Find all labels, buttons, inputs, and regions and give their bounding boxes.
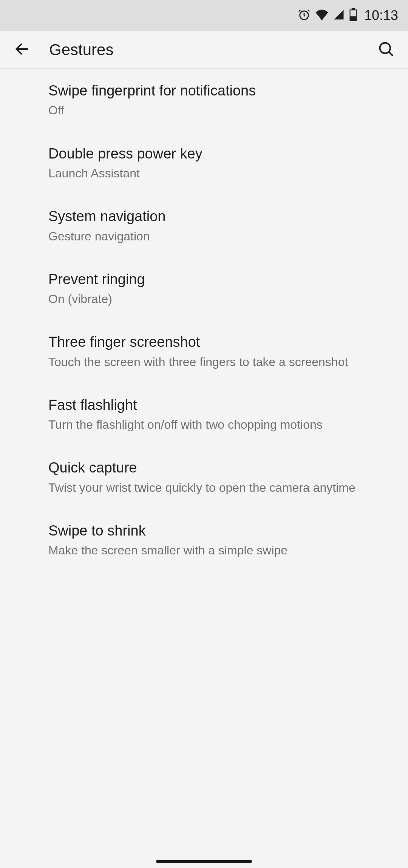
- status-time: 10:13: [364, 8, 398, 23]
- setting-title: Quick capture: [48, 459, 393, 477]
- setting-subtitle: Off: [48, 102, 393, 119]
- battery-icon: [349, 8, 357, 23]
- svg-rect-3: [352, 8, 355, 10]
- setting-subtitle: Make the screen smaller with a simple sw…: [48, 542, 393, 559]
- setting-swipe-fingerprint[interactable]: Swipe fingerprint for notifications Off: [0, 69, 408, 132]
- setting-quick-capture[interactable]: Quick capture Twist your wrist twice qui…: [0, 446, 408, 509]
- svg-rect-2: [350, 16, 356, 20]
- setting-title: Three finger screenshot: [48, 333, 393, 351]
- setting-double-press-power[interactable]: Double press power key Launch Assistant: [0, 132, 408, 195]
- alarm-icon: [298, 8, 311, 23]
- setting-title: Prevent ringing: [48, 270, 393, 289]
- setting-title: System navigation: [48, 207, 393, 226]
- setting-prevent-ringing[interactable]: Prevent ringing On (vibrate): [0, 257, 408, 320]
- settings-list: Swipe fingerprint for notifications Off …: [0, 69, 408, 572]
- status-bar: 10:13: [0, 0, 408, 31]
- page-title: Gestures: [49, 41, 375, 59]
- cellular-icon: [333, 9, 345, 22]
- setting-subtitle: Touch the screen with three fingers to t…: [48, 354, 393, 370]
- setting-subtitle: Gesture navigation: [48, 228, 393, 245]
- wifi-icon: [315, 9, 329, 22]
- setting-title: Fast flashlight: [48, 396, 393, 414]
- setting-subtitle: Twist your wrist twice quickly to open t…: [48, 480, 393, 496]
- setting-subtitle: Launch Assistant: [48, 165, 393, 182]
- setting-title: Swipe to shrink: [48, 522, 393, 540]
- setting-three-finger-screenshot[interactable]: Three finger screenshot Touch the screen…: [0, 320, 408, 383]
- app-bar: Gestures: [0, 31, 408, 69]
- setting-subtitle: On (vibrate): [48, 291, 393, 307]
- setting-title: Double press power key: [48, 145, 393, 163]
- search-icon: [378, 41, 394, 58]
- setting-subtitle: Turn the flashlight on/off with two chop…: [48, 417, 393, 433]
- arrow-left-icon: [14, 41, 30, 58]
- setting-swipe-to-shrink[interactable]: Swipe to shrink Make the screen smaller …: [0, 509, 408, 572]
- nav-home-indicator[interactable]: [156, 860, 252, 863]
- setting-title: Swipe fingerprint for notifications: [48, 82, 393, 100]
- search-button[interactable]: [375, 38, 397, 61]
- setting-fast-flashlight[interactable]: Fast flashlight Turn the flashlight on/o…: [0, 383, 408, 446]
- svg-line-6: [389, 52, 392, 55]
- status-icons: 10:13: [298, 8, 398, 23]
- setting-system-navigation[interactable]: System navigation Gesture navigation: [0, 194, 408, 257]
- back-button[interactable]: [11, 38, 33, 61]
